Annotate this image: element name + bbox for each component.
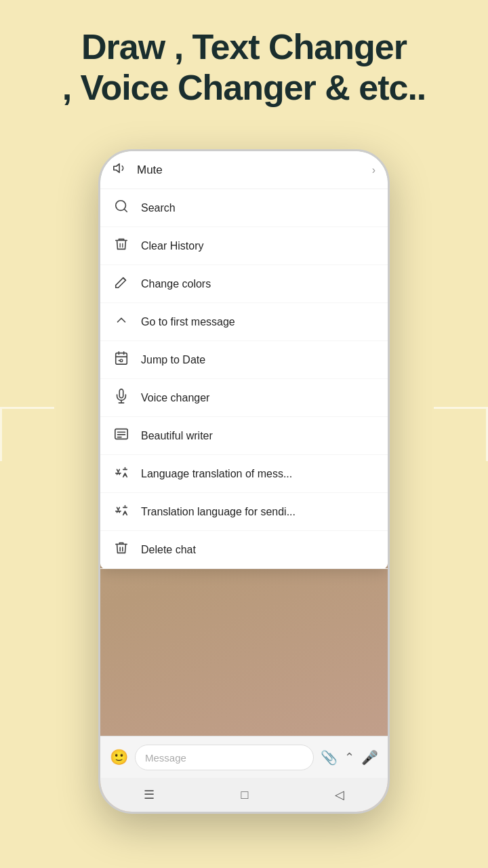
clear-history-icon <box>113 237 130 255</box>
translation-language-icon <box>113 502 130 521</box>
svg-line-4 <box>123 278 126 281</box>
phone-shell: ← ⋮ Mute › <box>98 149 390 814</box>
message-input[interactable]: Message <box>135 745 314 770</box>
nav-back-icon[interactable]: ◁ <box>335 787 344 802</box>
delete-chat-icon <box>113 540 130 559</box>
menu-item-voice-changer[interactable]: Voice changer <box>100 379 388 417</box>
menu-item-change-colors[interactable]: Change colors <box>100 265 388 303</box>
change-colors-icon <box>113 275 130 293</box>
menu-item-jump-to-date[interactable]: Jump to Date <box>100 341 388 379</box>
header-line2: , Voice Changer & etc.. <box>27 68 461 108</box>
go-first-message-label: Go to first message <box>141 316 235 328</box>
menu-item-search[interactable]: Search <box>100 189 388 227</box>
nav-menu-icon[interactable]: ☰ <box>144 787 155 802</box>
menu-item-delete-chat[interactable]: Delete chat <box>100 531 388 569</box>
message-bar: 🙂 Message 📎 ⌃ 🎤 <box>100 736 388 778</box>
language-translation-icon <box>113 465 130 483</box>
beautiful-writer-label: Beautiful writer <box>141 430 213 442</box>
jump-to-date-label: Jump to Date <box>141 354 205 366</box>
voice-changer-icon <box>113 389 130 407</box>
phone-wrapper: ← ⋮ Mute › <box>98 149 390 814</box>
menu-item-language-translation[interactable]: Language translation of mess... <box>100 455 388 493</box>
search-icon <box>113 199 130 217</box>
svg-line-2 <box>124 209 127 212</box>
right-decoration <box>434 407 488 461</box>
attach-button[interactable]: 📎 <box>321 749 338 766</box>
emoji-button[interactable]: 🙂 <box>110 749 128 766</box>
mute-icon <box>113 161 127 179</box>
change-colors-label: Change colors <box>141 278 211 290</box>
beautiful-writer-icon <box>113 427 130 445</box>
voice-changer-label: Voice changer <box>141 392 209 404</box>
context-menu: Mute › Search <box>100 151 388 569</box>
mute-arrow: › <box>372 164 375 176</box>
translation-language-label: Translation language for sendi... <box>141 506 296 518</box>
svg-marker-0 <box>114 164 119 173</box>
svg-rect-5 <box>116 353 127 365</box>
delete-chat-label: Delete chat <box>141 544 196 556</box>
language-translation-label: Language translation of mess... <box>141 468 292 480</box>
search-label: Search <box>141 202 176 214</box>
bottom-nav: ☰ □ ◁ <box>100 778 388 812</box>
nav-home-icon[interactable]: □ <box>241 788 249 802</box>
menu-item-beautiful-writer[interactable]: Beautiful writer <box>100 417 388 455</box>
clear-history-label: Clear History <box>141 240 203 252</box>
header-text: Draw , Text Changer , Voice Changer & et… <box>0 0 488 122</box>
menu-item-translation-language[interactable]: Translation language for sendi... <box>100 493 388 531</box>
menu-item-mute[interactable]: Mute › <box>100 151 388 189</box>
header-line1: Draw , Text Changer <box>27 27 461 68</box>
menu-item-clear-history[interactable]: Clear History <box>100 227 388 265</box>
mic-button[interactable]: 🎤 <box>361 749 378 766</box>
left-decoration <box>0 407 54 461</box>
go-first-message-icon <box>113 313 130 331</box>
menu-item-go-first-message[interactable]: Go to first message <box>100 303 388 341</box>
mute-label: Mute <box>137 163 372 177</box>
jump-to-date-icon <box>113 351 130 369</box>
send-chevron-button[interactable]: ⌃ <box>344 750 354 765</box>
message-placeholder: Message <box>145 752 186 764</box>
